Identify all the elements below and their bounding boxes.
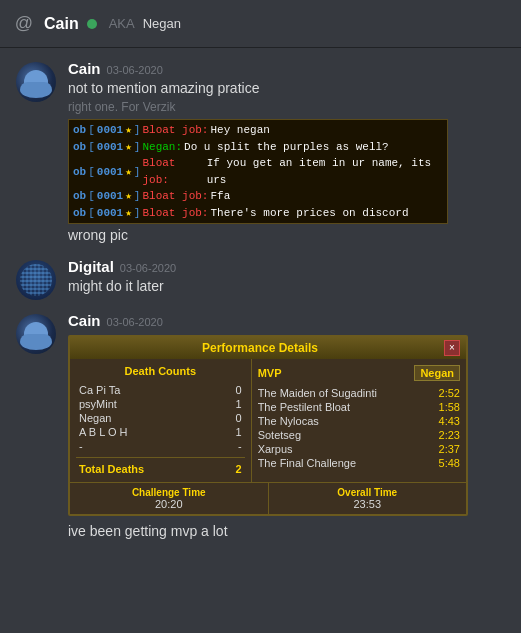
total-deaths-value: 2 [220,462,245,476]
perf-death-counts-panel: Death Counts Ca Pi Ta 0 psyMint 1 [70,359,252,482]
message-footer-text: ive been getting mvp a lot [68,522,505,542]
avatar [16,62,56,102]
header-username: Cain [44,15,79,33]
boss-time: 2:52 [439,387,460,399]
perf-title-bar: Performance Details × [70,337,466,359]
performance-window: Performance Details × Death Counts Ca Pi… [68,335,468,516]
message-header: Digital 03-06-2020 [68,258,505,275]
game-line: ob [0001★] Negan: Do u split the purples… [73,139,443,156]
player-name: - [76,439,214,453]
boss-name: Xarpus [258,443,293,455]
divider [76,457,245,458]
message-header: Cain 03-06-2020 [68,60,505,77]
boss-row: The Maiden of Sugadinti 2:52 [258,387,460,399]
message-username: Digital [68,258,114,275]
player-death-count: 0 [214,383,245,397]
messages-container: Cain 03-06-2020 not to mention amazing p… [0,48,521,558]
header-aka-name: Negan [143,16,181,31]
dm-icon: @ [12,12,36,36]
message-header: Cain 03-06-2020 [68,312,505,329]
boss-row: Xarpus 2:37 [258,443,460,455]
game-line: ob [0001★] Bloat job: If you get an item… [73,155,443,188]
mvp-label: MVP [258,367,282,379]
player-death-count: 1 [214,397,245,411]
message-content: Cain 03-06-2020 Performance Details × De… [68,312,505,542]
avatar [16,314,56,354]
message-text-2: right one. For Verzik [68,99,505,116]
overall-time-cell: Overall Time 23:53 [269,483,467,514]
challenge-time-value: 20:20 [74,498,264,510]
overall-time-label: Overall Time [273,487,463,498]
boss-time: 4:43 [439,415,460,427]
message-content: Cain 03-06-2020 not to mention amazing p… [68,60,505,246]
mvp-header: MVP Negan [258,365,460,381]
boss-row: Sotetseg 2:23 [258,429,460,441]
message-group: Cain 03-06-2020 Performance Details × De… [0,308,521,546]
boss-name: The Pestilent Bloat [258,401,350,413]
player-death-count: 0 [214,411,245,425]
challenge-time-label: Challenge Time [74,487,264,498]
boss-row: The Nylocas 4:43 [258,415,460,427]
game-line: ob [0001★] Bloat job: There's more price… [73,205,443,222]
perf-mvp-panel: MVP Negan The Maiden of Sugadinti 2:52 T… [252,359,466,482]
player-name: psyMint [76,397,214,411]
player-name: Ca Pi Ta [76,383,214,397]
message-footer-text: wrong pic [68,226,505,246]
online-status-dot [87,19,97,29]
perf-times-bar: Challenge Time 20:20 Overall Time 23:53 [70,482,466,514]
message-content: Digital 03-06-2020 might do it later [68,258,505,300]
game-screenshot: ob [0001★] Bloat job: Hey negan ob [0001… [68,119,448,224]
boss-time: 5:48 [439,457,460,469]
player-name: Negan [76,411,214,425]
boss-row: The Pestilent Bloat 1:58 [258,401,460,413]
game-line: ob [0001★] Bloat job: Hey negan [73,122,443,139]
boss-time: 2:37 [439,443,460,455]
boss-time: 2:23 [439,429,460,441]
table-row: Negan 0 [76,411,245,425]
boss-row: The Final Challenge 5:48 [258,457,460,469]
mvp-name-badge: Negan [414,365,460,381]
boss-name: The Final Challenge [258,457,356,469]
header: @ Cain AKA Negan [0,0,521,48]
overall-time-value: 23:53 [273,498,463,510]
boss-name: Sotetseg [258,429,301,441]
player-death-count: - [214,439,245,453]
message-timestamp: 03-06-2020 [120,262,176,274]
message-group: Digital 03-06-2020 might do it later [0,254,521,304]
table-row: A B L O H 1 [76,425,245,439]
total-deaths-label: Total Deaths [76,462,220,476]
perf-title: Performance Details [76,341,444,355]
avatar [16,260,56,300]
message-text: might do it later [68,277,505,297]
boss-name: The Maiden of Sugadinti [258,387,377,399]
death-counts-table: Ca Pi Ta 0 psyMint 1 Negan 0 [76,383,245,453]
message-timestamp: 03-06-2020 [107,316,163,328]
challenge-time-cell: Challenge Time 20:20 [70,483,269,514]
total-deaths-table: Total Deaths 2 [76,462,245,476]
message-username: Cain [68,60,101,77]
boss-name: The Nylocas [258,415,319,427]
boss-time: 1:58 [439,401,460,413]
table-row: psyMint 1 [76,397,245,411]
player-name: A B L O H [76,425,214,439]
message-timestamp: 03-06-2020 [107,64,163,76]
game-line: ob [0001★] Bloat job: Ffa [73,188,443,205]
message-group: Cain 03-06-2020 not to mention amazing p… [0,56,521,250]
header-aka-label: AKA [109,16,135,31]
death-counts-title: Death Counts [76,365,245,377]
table-row: - - [76,439,245,453]
player-death-count: 1 [214,425,245,439]
perf-body: Death Counts Ca Pi Ta 0 psyMint 1 [70,359,466,482]
table-row: Total Deaths 2 [76,462,245,476]
message-text: not to mention amazing pratice [68,79,505,99]
message-username: Cain [68,312,101,329]
table-row: Ca Pi Ta 0 [76,383,245,397]
perf-close-button[interactable]: × [444,340,460,356]
